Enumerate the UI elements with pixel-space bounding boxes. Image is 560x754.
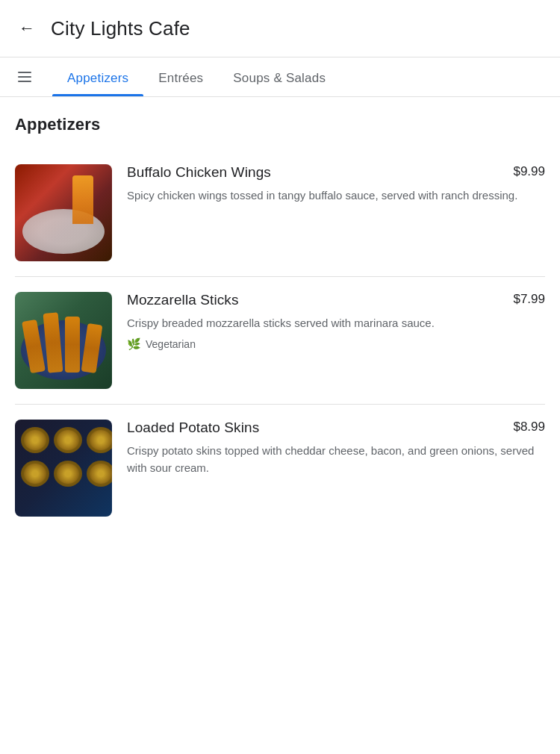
item-name-potato: Loaded Potato Skins [127, 420, 507, 436]
item-price-potato: $8.99 [513, 420, 545, 434]
mozza-stick-2 [43, 312, 63, 373]
potato-skin-1 [21, 427, 49, 453]
back-button[interactable]: ← [12, 13, 42, 43]
item-details-wings: Buffalo Chicken Wings $9.99 Spicy chicke… [127, 164, 545, 210]
header: ← City Lights Cafe [0, 0, 560, 57]
item-header-wings: Buffalo Chicken Wings $9.99 [127, 164, 545, 181]
back-arrow-icon: ← [19, 20, 35, 37]
potato-skin-6 [87, 461, 112, 487]
section-title: Appetizers [15, 115, 545, 134]
mozza-stick-1 [22, 320, 46, 373]
item-desc-wings: Spicy chicken wings tossed in tangy buff… [127, 187, 545, 204]
page-title: City Lights Cafe [51, 17, 190, 40]
leaf-icon: 🌿 [127, 337, 141, 351]
item-desc-mozza: Crispy breaded mozzarella sticks served … [127, 314, 545, 331]
menu-icon[interactable] [12, 60, 37, 94]
list-item[interactable]: Loaded Potato Skins $8.99 Crispy potato … [15, 405, 545, 532]
item-details-mozza: Mozzarella Sticks $7.99 Crispy breaded m… [127, 292, 545, 351]
menu-line-1 [18, 72, 31, 73]
item-image-wings [15, 164, 112, 261]
potato-skin-4 [21, 461, 49, 487]
tab-entrees[interactable]: Entrées [143, 57, 218, 96]
tab-soups-salads[interactable]: Soups & Salads [218, 57, 340, 96]
item-price-mozza: $7.99 [513, 292, 545, 307]
mozza-sticks-visual [26, 313, 99, 373]
item-image-potato [15, 420, 112, 517]
item-desc-potato: Crispy potato skins topped with cheddar … [127, 442, 545, 477]
mozza-stick-3 [65, 317, 80, 373]
vegetarian-label: Vegetarian [146, 338, 196, 350]
mozza-stick-4 [81, 323, 103, 373]
item-name-mozza: Mozzarella Sticks [127, 292, 507, 308]
item-details-potato: Loaded Potato Skins $8.99 Crispy potato … [127, 420, 545, 483]
item-image-mozza [15, 292, 112, 389]
item-price-wings: $9.99 [513, 164, 545, 179]
menu-line-3 [18, 81, 31, 82]
nav-tabs: Appetizers Entrées Soups & Salads [52, 57, 340, 96]
potato-skin-3 [87, 427, 112, 453]
list-item[interactable]: Mozzarella Sticks $7.99 Crispy breaded m… [15, 277, 545, 405]
tab-appetizers[interactable]: Appetizers [52, 57, 143, 96]
item-header-mozza: Mozzarella Sticks $7.99 [127, 292, 545, 308]
item-name-wings: Buffalo Chicken Wings [127, 164, 507, 181]
menu-line-2 [18, 76, 31, 78]
content-area: Appetizers Buffalo Chicken Wings $9.99 S… [0, 97, 560, 546]
list-item[interactable]: Buffalo Chicken Wings $9.99 Spicy chicke… [15, 149, 545, 277]
potato-skin-2 [54, 427, 82, 453]
potato-skin-5 [54, 461, 82, 487]
vegetarian-badge: 🌿 Vegetarian [127, 337, 545, 351]
item-header-potato: Loaded Potato Skins $8.99 [127, 420, 545, 436]
nav-bar: Appetizers Entrées Soups & Salads [0, 57, 560, 97]
